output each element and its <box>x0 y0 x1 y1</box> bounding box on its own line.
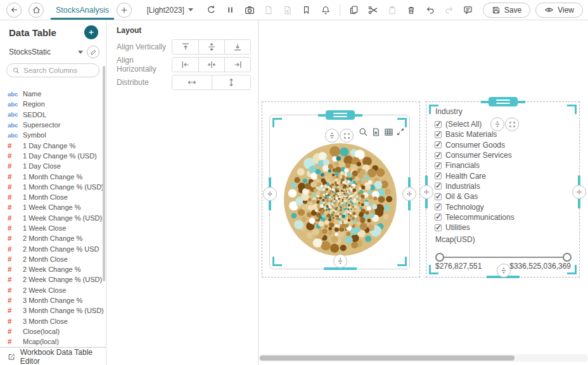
align-middle-button[interactable] <box>198 40 224 54</box>
column-item-2-week-close[interactable]: #2 Week Close <box>0 285 106 295</box>
filter-option-telecommunications[interactable]: ✓Telecommunications <box>435 212 514 222</box>
snapshot-camera-button[interactable] <box>243 4 256 16</box>
column-item-1-day-close[interactable]: #1 Day Close <box>0 161 106 171</box>
filter-option-financials[interactable]: ✓Financials <box>435 160 514 170</box>
column-item-1-week-close[interactable]: #1 Week Close <box>0 223 106 233</box>
fit-screen-button[interactable] <box>505 117 519 131</box>
column-item-3-month-change-usd[interactable]: #3 Month Change % (USD) <box>0 305 106 316</box>
align-left-button[interactable] <box>172 58 198 72</box>
copy-button[interactable] <box>348 4 361 16</box>
home-button[interactable] <box>29 3 44 18</box>
canvas-horizontal-scrollbar[interactable] <box>259 354 588 362</box>
align-right-button[interactable] <box>224 58 250 72</box>
checkbox-checked-icon[interactable]: ✓ <box>435 131 442 138</box>
checkbox-checked-icon[interactable]: ✓ <box>435 182 442 189</box>
column-item-region[interactable]: abcRegion <box>0 99 106 109</box>
left-width-handle[interactable] <box>419 185 433 199</box>
column-item-symbol[interactable]: abcSymbol <box>0 130 106 140</box>
column-item-2-month-change-usd[interactable]: #2 Month Change % USD <box>0 243 106 253</box>
tab-stocksanalysis[interactable]: StocksAnalysis <box>51 0 114 20</box>
edit-table-button[interactable] <box>87 46 99 58</box>
checkbox-checked-icon[interactable]: ✓ <box>435 141 442 148</box>
left-width-handle[interactable] <box>263 187 277 201</box>
column-item-1-month-change[interactable]: #1 Month Change % <box>0 171 106 181</box>
delete-trash-button[interactable] <box>405 4 418 16</box>
column-item-1-week-change-usd[interactable]: #1 Week Change % (USD) <box>0 213 106 223</box>
column-item-2-week-change[interactable]: #2 Week Change % <box>0 264 106 274</box>
bookmark-button[interactable] <box>300 4 313 16</box>
slider-min-handle[interactable] <box>435 253 444 262</box>
data-table-name[interactable]: StocksStatic <box>9 48 74 56</box>
filter-option-oil-gas[interactable]: ✓Oil & Gas <box>435 191 514 202</box>
right-width-handle[interactable] <box>402 187 416 201</box>
distribute-vertically-button[interactable] <box>212 75 251 89</box>
widget-drag-handle[interactable] <box>326 110 355 120</box>
pause-button[interactable] <box>224 4 237 16</box>
align-top-button[interactable] <box>172 40 198 54</box>
column-item-2-week-change-usd[interactable]: #2 Week Change % (USD) <box>0 274 106 285</box>
chart-widget-zone[interactable] <box>262 101 420 278</box>
fit-vertical-button[interactable] <box>490 117 504 131</box>
checkbox-checked-icon[interactable]: ✓ <box>435 162 442 169</box>
filter-widget-zone[interactable]: Industry ✓(Select All)✓Basic Materials✓C… <box>426 101 580 278</box>
save-button[interactable]: Save <box>483 3 530 18</box>
bottom-fit-button[interactable] <box>497 264 511 278</box>
checkbox-checked-icon[interactable]: ✓ <box>435 121 442 128</box>
redo-button[interactable] <box>443 4 456 16</box>
bottom-fit-button[interactable] <box>333 254 347 268</box>
column-item-1-month-change-usd[interactable]: #1 Month Change % (USD) <box>0 182 106 192</box>
slider-track[interactable] <box>437 257 570 258</box>
comment-button[interactable] <box>462 4 475 16</box>
filter-option-technology[interactable]: ✓Technology <box>435 202 514 212</box>
filter-option-consumer-goods[interactable]: ✓Consumer Goods <box>435 140 514 150</box>
column-item-1-day-change[interactable]: #1 Day Change % <box>0 140 106 150</box>
notifications-bell-button[interactable] <box>319 4 332 16</box>
column-item-1-day-change-usd[interactable]: #1 Day Change % (USD) <box>0 151 106 161</box>
zoom-search-icon[interactable] <box>358 127 369 138</box>
filter-option-health-care[interactable]: ✓Health Care <box>435 170 514 181</box>
column-item-mcap-local[interactable]: #Mcap(local) <box>0 336 106 347</box>
checkbox-checked-icon[interactable]: ✓ <box>435 172 442 179</box>
checkbox-checked-icon[interactable]: ✓ <box>435 203 442 210</box>
align-center-button[interactable] <box>198 58 224 72</box>
checkbox-checked-icon[interactable]: ✓ <box>435 214 442 221</box>
column-item-2-month-close[interactable]: #2 Month Close <box>0 254 106 264</box>
expand-widget-icon[interactable] <box>395 127 407 138</box>
distribute-horizontally-button[interactable] <box>172 75 212 89</box>
column-list-scrollbar[interactable] <box>103 66 105 281</box>
filter-option-utilities[interactable]: ✓Utilities <box>435 222 514 233</box>
checkbox-checked-icon[interactable]: ✓ <box>435 152 442 159</box>
show-table-icon[interactable] <box>383 127 395 138</box>
filter-option-industrials[interactable]: ✓Industrials <box>435 181 514 191</box>
filter-option-basic-materials[interactable]: ✓Basic Materials <box>435 129 514 139</box>
widget-drag-handle[interactable] <box>489 97 518 106</box>
refresh-button[interactable] <box>205 4 218 16</box>
filter-option-consumer-services[interactable]: ✓Consumer Services <box>435 150 514 160</box>
table-dropdown-caret-icon[interactable] <box>78 51 83 54</box>
workbook-data-table-editor-button[interactable]: Workbook Data Table Editor <box>0 347 106 365</box>
add-tab-button[interactable] <box>117 3 132 18</box>
column-item-sedol[interactable]: abcSEDOL <box>0 110 106 120</box>
checkbox-checked-icon[interactable]: ✓ <box>435 224 442 231</box>
view-button[interactable]: View <box>535 3 583 18</box>
column-item-2-month-change[interactable]: #2 Month Change % <box>0 233 106 243</box>
back-button[interactable] <box>6 3 22 18</box>
export-excel-button[interactable] <box>281 4 294 16</box>
bubble-chart-widget[interactable] <box>269 115 410 269</box>
column-item-supersector[interactable]: abcSupersector <box>0 120 106 130</box>
undo-button[interactable] <box>424 4 437 16</box>
align-bottom-button[interactable] <box>224 40 250 54</box>
cut-button[interactable] <box>367 4 380 16</box>
column-item-3-month-close[interactable]: #3 Month Close <box>0 316 106 326</box>
fit-screen-button[interactable] <box>340 129 354 143</box>
column-item-1-month-close[interactable]: #1 Month Close <box>0 192 106 202</box>
checkbox-checked-icon[interactable]: ✓ <box>435 193 442 200</box>
column-item-name[interactable]: abcName <box>0 89 106 99</box>
fit-vertical-button[interactable] <box>325 129 339 143</box>
search-columns-input[interactable] <box>23 67 93 74</box>
paste-button[interactable] <box>386 4 399 16</box>
theme-selector[interactable]: [Light2023] <box>146 6 193 15</box>
export-excel-icon[interactable] <box>371 127 382 138</box>
scrollbar-thumb[interactable] <box>260 355 514 361</box>
slider-max-handle[interactable] <box>563 253 572 262</box>
